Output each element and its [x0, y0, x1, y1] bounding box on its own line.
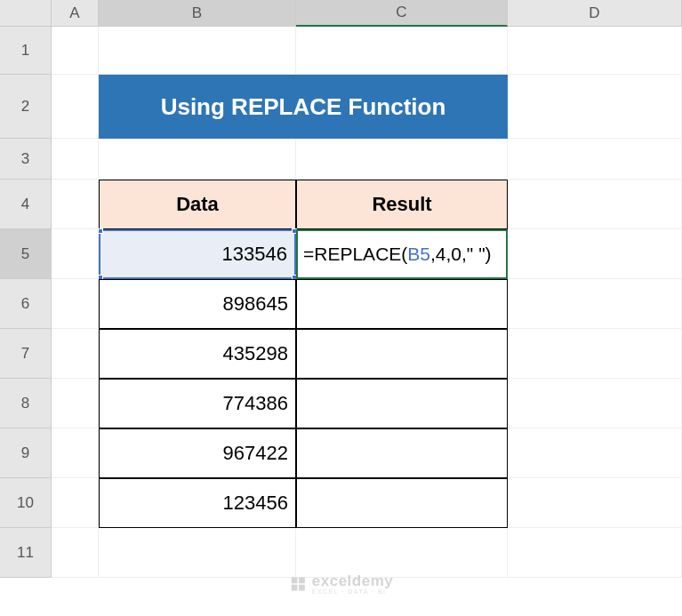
col-header-d[interactable]: D — [508, 0, 682, 27]
cell-b6[interactable]: 898645 — [99, 279, 296, 329]
cell-a10[interactable] — [52, 478, 99, 528]
formula-open: ( — [401, 244, 407, 265]
cell-d2[interactable] — [508, 75, 682, 139]
row-header-3[interactable]: 3 — [0, 139, 52, 180]
cell-d1[interactable] — [508, 27, 682, 75]
formula-close: ) — [485, 244, 492, 265]
formula-eq: = — [303, 244, 314, 265]
cell-b5[interactable]: 133546 — [99, 229, 296, 279]
watermark-text: exceldemy — [312, 572, 393, 590]
cell-a4[interactable] — [52, 180, 99, 229]
watermark-sub: EXCEL · DATA · BI — [312, 588, 393, 595]
col-header-b[interactable]: B — [99, 0, 296, 27]
watermark: exceldemy EXCEL · DATA · BI — [289, 572, 393, 595]
cell-a8[interactable] — [52, 379, 99, 428]
cell-c6[interactable] — [296, 279, 508, 329]
cell-b8[interactable]: 774386 — [99, 379, 296, 428]
formula-fn: REPLACE — [314, 244, 401, 265]
select-all-corner[interactable] — [0, 0, 52, 27]
row-header-9[interactable]: 9 — [0, 428, 52, 478]
cell-d4[interactable] — [508, 180, 682, 229]
cell-b7[interactable]: 435298 — [99, 329, 296, 379]
formula-ref: B5 — [407, 244, 430, 265]
row-header-4[interactable]: 4 — [0, 180, 52, 229]
cell-c9[interactable] — [296, 428, 508, 478]
row-header-7[interactable]: 7 — [0, 329, 52, 379]
cell-a2[interactable] — [52, 75, 99, 139]
cell-c3[interactable] — [296, 139, 508, 180]
title-banner: Using REPLACE Function — [99, 75, 508, 139]
cell-d9[interactable] — [508, 428, 682, 478]
cell-a1[interactable] — [52, 27, 99, 75]
cell-d5[interactable] — [508, 229, 682, 279]
cell-b1[interactable] — [99, 27, 296, 75]
cell-d6[interactable] — [508, 279, 682, 329]
header-data[interactable]: Data — [99, 180, 296, 229]
cell-b5-value: 133546 — [222, 243, 287, 266]
cell-a6[interactable] — [52, 279, 99, 329]
cell-c11[interactable] — [296, 528, 508, 578]
col-header-c[interactable]: C — [296, 0, 508, 27]
row-header-10[interactable]: 10 — [0, 478, 52, 528]
cell-a11[interactable] — [52, 528, 99, 578]
header-result[interactable]: Result — [296, 180, 508, 229]
watermark-logo-icon — [289, 575, 307, 593]
cell-c7[interactable] — [296, 329, 508, 379]
row-header-11[interactable]: 11 — [0, 528, 52, 578]
spreadsheet-grid: A B C D 1 2 Using REPLACE Function 3 4 D… — [0, 0, 682, 578]
row-header-5[interactable]: 5 — [0, 229, 52, 279]
cell-d8[interactable] — [508, 379, 682, 428]
cell-a3[interactable] — [52, 139, 99, 180]
cell-d3[interactable] — [508, 139, 682, 180]
cell-a9[interactable] — [52, 428, 99, 478]
cell-d11[interactable] — [508, 528, 682, 578]
cell-d10[interactable] — [508, 478, 682, 528]
row-header-8[interactable]: 8 — [0, 379, 52, 428]
cell-d7[interactable] — [508, 329, 682, 379]
cell-b9[interactable]: 967422 — [99, 428, 296, 478]
cell-a5[interactable] — [52, 229, 99, 279]
cell-b11[interactable] — [99, 528, 296, 578]
cell-b10[interactable]: 123456 — [99, 478, 296, 528]
formula-rest: ,4,0," " — [430, 244, 485, 265]
cell-b3[interactable] — [99, 139, 296, 180]
cell-c10[interactable] — [296, 478, 508, 528]
col-header-a[interactable]: A — [52, 0, 99, 27]
ref-handle-icon — [98, 228, 103, 234]
cell-c1[interactable] — [296, 27, 508, 75]
row-header-1[interactable]: 1 — [0, 27, 52, 75]
row-header-6[interactable]: 6 — [0, 279, 52, 329]
row-header-2[interactable]: 2 — [0, 75, 52, 139]
cell-a7[interactable] — [52, 329, 99, 379]
cell-c5-formula[interactable]: =REPLACE(B5,4,0," ") — [296, 229, 508, 279]
cell-c8[interactable] — [296, 379, 508, 428]
